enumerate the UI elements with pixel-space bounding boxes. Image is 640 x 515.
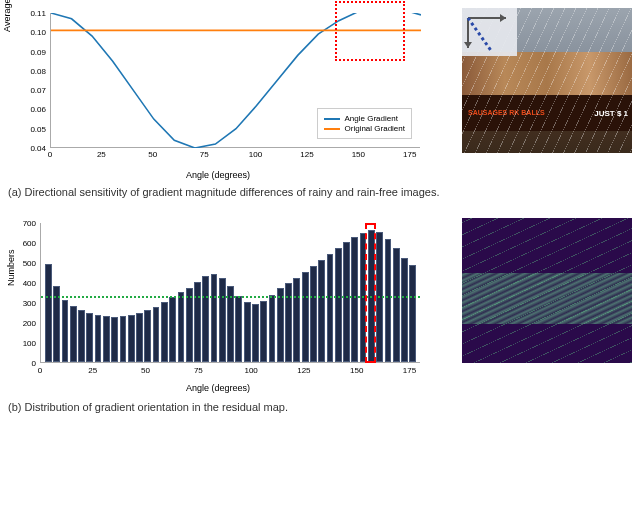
y-tick-label: 0.06 — [30, 105, 46, 114]
y-tick-label: 0 — [32, 359, 36, 368]
bar — [169, 297, 176, 362]
bar — [103, 316, 110, 362]
bar — [235, 296, 242, 362]
bar — [351, 237, 358, 362]
y-tick-label: 400 — [23, 279, 36, 288]
bar — [78, 310, 85, 362]
bar — [194, 282, 201, 362]
bar — [95, 315, 102, 362]
gradient-direction-inset — [462, 8, 517, 56]
bars-container — [41, 223, 420, 362]
bar-y-axis-label: Numbers — [6, 249, 16, 286]
bar — [252, 304, 259, 362]
bar-plot-region — [40, 223, 420, 363]
bar-x-axis-label: Angle (degrees) — [186, 383, 250, 393]
y-tick-label: 0.09 — [30, 47, 46, 56]
legend-label-original: Original Gradient — [345, 124, 405, 133]
bar — [45, 264, 52, 362]
rainy-image-thumbnail: SAUSAGES RK BALLS JUST $ 1 — [462, 8, 632, 153]
bar — [302, 272, 309, 362]
x-tick-label: 50 — [141, 366, 150, 375]
x-tick-label: 50 — [148, 150, 157, 159]
x-tick-label: 150 — [350, 366, 363, 375]
y-tick-label: 200 — [23, 319, 36, 328]
bar — [62, 300, 69, 362]
x-tick-label: 0 — [38, 366, 42, 375]
x-tick-label: 175 — [403, 366, 416, 375]
bar — [277, 288, 284, 362]
bar — [269, 295, 276, 362]
y-tick-label: 500 — [23, 259, 36, 268]
direction-arrows-icon — [462, 8, 517, 56]
bar — [186, 288, 193, 362]
y-tick-label: 0.11 — [30, 9, 46, 18]
line-chart-area: Average Magnitude 0.040.050.060.070.080.… — [8, 8, 447, 178]
bar-chart-area: Numbers 0100200300400500600700 025507510… — [8, 218, 447, 393]
x-tick-label: 150 — [352, 150, 365, 159]
residual-map-thumbnail — [462, 218, 632, 363]
bar — [343, 242, 350, 362]
line-plot-region: Angle Gradient Original Gradient — [50, 13, 420, 148]
y-tick-label: 0.05 — [30, 124, 46, 133]
y-tick-label: 300 — [23, 299, 36, 308]
bar — [128, 315, 135, 362]
x-tick-label: 25 — [88, 366, 97, 375]
bar — [385, 239, 392, 362]
bar — [86, 313, 93, 362]
bar — [219, 278, 226, 362]
bar — [178, 292, 185, 362]
panel-a: Average Magnitude 0.040.050.060.070.080.… — [8, 8, 632, 178]
legend: Angle Gradient Original Gradient — [317, 108, 412, 139]
legend-swatch-orange-icon — [324, 128, 340, 130]
y-tick-label: 0.08 — [30, 66, 46, 75]
bar — [293, 278, 300, 362]
bar — [144, 310, 151, 362]
bar-y-ticks: 0100200300400500600700 — [20, 223, 38, 363]
bar — [136, 313, 143, 362]
panel-b: Numbers 0100200300400500600700 025507510… — [8, 218, 632, 393]
bar — [393, 248, 400, 362]
svg-marker-1 — [500, 14, 506, 22]
figure-container: Average Magnitude 0.040.050.060.070.080.… — [0, 0, 640, 441]
x-tick-label: 175 — [403, 150, 416, 159]
x-tick-label: 0 — [48, 150, 52, 159]
highlight-box-icon — [335, 1, 405, 61]
bar — [260, 301, 267, 362]
legend-row-original: Original Gradient — [324, 124, 405, 133]
line-y-ticks: 0.040.050.060.070.080.090.100.11 — [30, 13, 48, 148]
y-tick-label: 0.07 — [30, 86, 46, 95]
y-tick-label: 700 — [23, 219, 36, 228]
bar — [409, 265, 416, 362]
bar — [310, 266, 317, 362]
bar — [327, 254, 334, 362]
legend-label-angle: Angle Gradient — [345, 114, 398, 123]
svg-line-4 — [468, 18, 492, 52]
bar — [202, 276, 209, 362]
mean-line-icon — [41, 296, 420, 298]
bar — [318, 260, 325, 362]
line-x-axis-label: Angle (degrees) — [186, 170, 250, 180]
y-tick-label: 0.04 — [30, 144, 46, 153]
x-tick-label: 25 — [97, 150, 106, 159]
bar — [285, 283, 292, 362]
caption-a: (a) Directional sensitivity of gradient … — [8, 186, 632, 198]
y-tick-label: 0.10 — [30, 28, 46, 37]
bar — [120, 316, 127, 362]
line-y-axis-label: Average Magnitude — [2, 0, 12, 53]
x-tick-label: 75 — [194, 366, 203, 375]
caption-b: (b) Distribution of gradient orientation… — [8, 401, 632, 413]
residual-streaks-icon — [462, 218, 632, 363]
bar — [153, 307, 160, 362]
peak-highlight-icon — [365, 223, 376, 363]
x-tick-label: 125 — [297, 366, 310, 375]
bar-chart: Numbers 0100200300400500600700 025507510… — [8, 218, 428, 393]
bar — [401, 258, 408, 362]
x-tick-label: 75 — [200, 150, 209, 159]
bar — [244, 302, 251, 362]
y-tick-label: 100 — [23, 339, 36, 348]
legend-row-angle: Angle Gradient — [324, 114, 405, 123]
bar — [111, 317, 118, 362]
x-tick-label: 125 — [300, 150, 313, 159]
x-tick-label: 100 — [249, 150, 262, 159]
y-tick-label: 600 — [23, 239, 36, 248]
